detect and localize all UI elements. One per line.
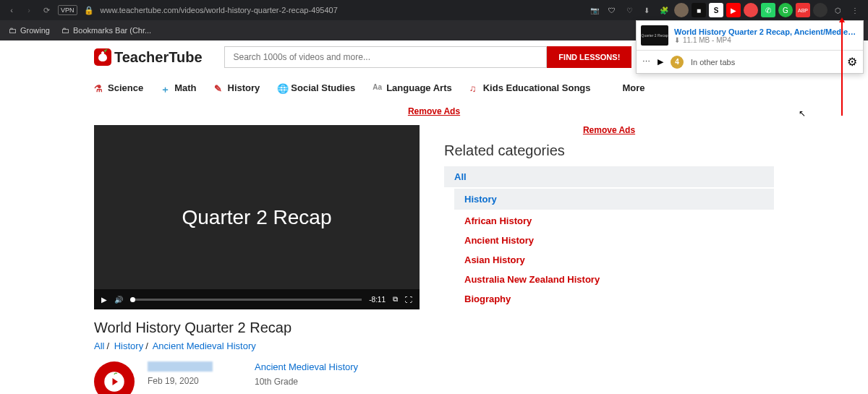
cat-ancient[interactable]: Ancient History — [454, 231, 774, 250]
bookmark-growing[interactable]: 🗀Growing — [9, 26, 50, 35]
folder-icon: 🗀 — [61, 26, 69, 35]
right-sidebar: Remove Ads Related categories All Histor… — [444, 125, 774, 394]
feather-icon: ✎ — [214, 83, 224, 93]
grade-level: 10th Grade — [255, 377, 358, 387]
remove-ads-link[interactable]: Remove Ads — [0, 106, 868, 116]
volume-icon[interactable]: 🔊 — [114, 296, 123, 304]
video-title: World History Quarter 2 Recap — [94, 320, 420, 336]
browser-address-bar: ‹ › ⟳ VPN 🔒 www.teachertube.com/videos/w… — [0, 0, 868, 20]
video-category-link[interactable]: Ancient Medieval History — [255, 361, 358, 372]
search-input[interactable] — [224, 46, 548, 68]
logo-icon — [94, 48, 111, 66]
ext-o[interactable] — [744, 3, 758, 17]
camera-icon[interactable]: 📷 — [587, 3, 602, 17]
left-column: Quarter 2 Recap ▶ 🔊 -8:11 ⧉ ⛶ World Hist… — [94, 125, 420, 394]
download-item[interactable]: Quarter 2 Recap World History Quarter 2 … — [637, 21, 863, 50]
page-content: TeacherTube FIND LESSONS! JOIN FREE! SIG… — [0, 40, 868, 394]
play-icon[interactable]: ▶ — [101, 296, 107, 304]
search-box: FIND LESSONS! — [224, 46, 632, 68]
ext-dl[interactable] — [813, 3, 827, 17]
nav-songs[interactable]: ♫Kids Educational Songs — [469, 82, 591, 93]
download-title: World History Quarter 2 Recap, Ancient/M… — [674, 27, 859, 36]
nav-lang[interactable]: AaLanguage Arts — [373, 82, 452, 93]
time-remaining: -8:11 — [369, 296, 386, 304]
nav-science[interactable]: ⚗Science — [94, 82, 143, 93]
forward-icon[interactable]: › — [23, 4, 35, 16]
more-icon[interactable]: ⋯ — [642, 57, 650, 67]
aa-icon: Aa — [373, 83, 383, 93]
menu-icon[interactable]: ⋮ — [848, 3, 862, 17]
folder-icon: 🗀 — [9, 26, 17, 35]
video-meta: Feb 19, 2020 559 views Ancient Medieval … — [94, 361, 420, 394]
back-icon[interactable]: ‹ — [6, 4, 17, 16]
mouse-cursor: ↖ — [799, 108, 806, 119]
video-player[interactable]: Quarter 2 Recap ▶ 🔊 -8:11 ⧉ ⛶ — [94, 125, 420, 309]
tab-count-badge: 4 — [671, 56, 684, 69]
download-popup: Quarter 2 Recap World History Quarter 2 … — [636, 20, 864, 74]
vpn-badge[interactable]: VPN — [58, 5, 77, 15]
cat-history[interactable]: History — [454, 189, 774, 210]
url-text[interactable]: www.teachertube.com/videos/world-history… — [101, 6, 338, 14]
cat-asian[interactable]: Asian History — [454, 250, 774, 270]
uploader-name-blurred — [148, 361, 213, 372]
extensions-row: 📷 🛡 ♡ ⬇ 🧩 ■ S ▶ ✆ G ABP ⬡ ⋮ — [587, 3, 862, 17]
in-other-tabs-label[interactable]: In other tabs — [691, 58, 735, 67]
ext-abp[interactable]: ABP — [796, 3, 810, 17]
shield-icon[interactable]: 🛡 — [605, 3, 619, 17]
ext-1[interactable]: ■ — [692, 3, 706, 17]
annotation-arrow — [841, 22, 843, 116]
download-icon[interactable]: ⬇ — [639, 3, 654, 17]
nav-history[interactable]: ✎History — [214, 82, 260, 93]
category-col: Ancient Medieval History 10th Grade — [255, 361, 358, 394]
lock-icon: 🔒 — [83, 4, 95, 16]
content: Quarter 2 Recap ▶ 🔊 -8:11 ⧉ ⛶ World Hist… — [94, 125, 774, 394]
flask-icon: ⚗ — [94, 83, 104, 93]
logo-text: TeacherTube — [114, 49, 203, 66]
plus-icon: ＋ — [161, 83, 171, 93]
fullscreen-icon[interactable]: ⛶ — [405, 296, 412, 304]
cat-african[interactable]: African History — [454, 211, 774, 231]
related-title: Related categories — [444, 142, 774, 159]
progress-bar[interactable] — [130, 299, 362, 301]
main-nav: ⚗Science ＋Math ✎History 🌐Social Studies … — [94, 78, 774, 98]
music-icon: ♫ — [469, 83, 480, 93]
pip-icon[interactable]: ⧉ — [393, 295, 398, 304]
upload-date: Feb 19, 2020 — [148, 376, 213, 386]
logo[interactable]: TeacherTube — [94, 48, 203, 66]
ext-g[interactable]: G — [778, 3, 793, 17]
cat-all[interactable]: All — [444, 166, 774, 187]
cat-biography[interactable]: Biography — [454, 289, 774, 309]
heart-icon[interactable]: ♡ — [622, 3, 637, 17]
channel-avatar[interactable] — [94, 361, 135, 394]
download-row: ⋯ ▶ 4 In other tabs ⚙ — [637, 50, 863, 73]
reload-icon[interactable]: ⟳ — [41, 4, 52, 16]
ext-yt[interactable]: ▶ — [726, 3, 741, 17]
uploader-col: Feb 19, 2020 559 views — [148, 361, 213, 394]
crumb-ancient[interactable]: Ancient Medieval History — [153, 341, 256, 351]
find-lessons-button[interactable]: FIND LESSONS! — [547, 46, 631, 68]
crumb-all[interactable]: All — [94, 341, 104, 351]
cube-icon[interactable]: ⬡ — [830, 3, 845, 17]
globe-icon: 🌐 — [277, 83, 287, 93]
avatar-icon[interactable] — [674, 3, 689, 17]
breadcrumb: All/ History/ Ancient Medieval History — [94, 341, 420, 351]
play-icon[interactable]: ▶ — [658, 57, 663, 67]
player-title: Quarter 2 Recap — [182, 206, 332, 229]
bookmark-chr[interactable]: 🗀Bookmarks Bar (Chr... — [61, 26, 151, 35]
ext-wa[interactable]: ✆ — [761, 3, 775, 17]
download-complete-icon: ⬇ — [674, 36, 680, 44]
cat-australia[interactable]: Australia New Zealand History — [454, 270, 774, 289]
gear-icon[interactable]: ⚙ — [847, 55, 857, 69]
download-thumb: Quarter 2 Recap — [641, 25, 668, 46]
nav-social[interactable]: 🌐Social Studies — [277, 82, 355, 93]
puzzle-icon[interactable]: 🧩 — [657, 3, 671, 17]
player-controls: ▶ 🔊 -8:11 ⧉ ⛶ — [94, 289, 420, 309]
nav-more[interactable]: More — [623, 82, 645, 93]
download-size: ⬇11.1 MB - MP4 — [674, 36, 859, 44]
remove-ads-link-2[interactable]: Remove Ads — [444, 125, 774, 135]
nav-math[interactable]: ＋Math — [161, 82, 196, 93]
ext-s[interactable]: S — [709, 3, 723, 17]
crumb-history[interactable]: History — [114, 341, 143, 351]
